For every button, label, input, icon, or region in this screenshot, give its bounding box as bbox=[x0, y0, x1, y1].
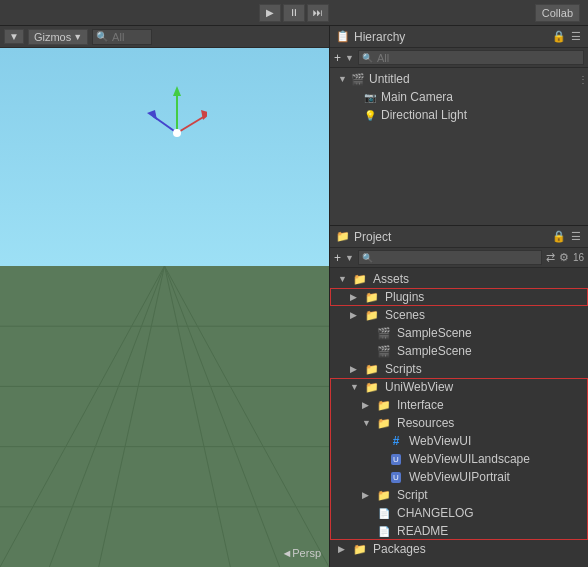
label-webviewui: WebViewUI bbox=[409, 434, 471, 448]
svg-marker-11 bbox=[173, 86, 181, 96]
scene-layer-dropdown[interactable]: ▼ bbox=[4, 29, 24, 44]
play-button[interactable]: ▶ bbox=[259, 4, 281, 22]
arrow-resources: ▼ bbox=[362, 418, 374, 428]
icon-samplescene1: 🎬 bbox=[376, 325, 392, 341]
arrow-uniwebview: ▼ bbox=[350, 382, 362, 392]
hierarchy-add-button[interactable]: + bbox=[334, 51, 341, 65]
gizmos-label: Gizmos bbox=[34, 31, 71, 43]
hierarchy-search-input[interactable] bbox=[373, 50, 580, 65]
gizmos-arrow: ▼ bbox=[73, 32, 82, 42]
label-readme: README bbox=[397, 524, 448, 538]
step-button[interactable]: ⏭ bbox=[307, 4, 329, 22]
project-item-resources[interactable]: ▼📁Resources bbox=[330, 414, 588, 432]
hierarchy-lock-icon[interactable]: 🔒 bbox=[551, 29, 567, 44]
project-search-input[interactable] bbox=[373, 250, 538, 265]
hierarchy-header-left: 📋 Hierarchy bbox=[336, 30, 405, 44]
project-header-left: 📁 Project bbox=[336, 230, 391, 244]
hierarchy-controls: 🔒 ☰ bbox=[551, 29, 582, 44]
project-folder-icon: 📁 bbox=[336, 230, 350, 243]
project-item-scenes[interactable]: ▶📁Scenes bbox=[330, 306, 588, 324]
icon-resources: 📁 bbox=[376, 415, 392, 431]
ground-bg bbox=[0, 266, 329, 567]
project-title: Project bbox=[354, 230, 391, 244]
project-item-readme[interactable]: 📄README bbox=[330, 522, 588, 540]
untitled-label: Untitled bbox=[369, 72, 410, 86]
label-uniwebview: UniWebView bbox=[385, 380, 453, 394]
scene-viewport: ◄Persp bbox=[0, 48, 329, 567]
icon-webviewui: # bbox=[388, 433, 404, 449]
hierarchy-item-main-camera[interactable]: 📷 Main Camera bbox=[330, 88, 588, 106]
scene-search-input[interactable] bbox=[108, 29, 148, 45]
icon-readme: 📄 bbox=[376, 523, 392, 539]
arrow-scripts: ▶ bbox=[350, 364, 362, 374]
hierarchy-header: 📋 Hierarchy 🔒 ☰ bbox=[330, 26, 588, 48]
search-icon: 🔍 bbox=[96, 31, 108, 42]
icon-webviewuiportrait: U bbox=[388, 469, 404, 485]
project-item-plugins[interactable]: ▶📁Plugins bbox=[330, 288, 588, 306]
icon-packages: 📁 bbox=[352, 541, 368, 557]
project-item-assets[interactable]: ▼📁Assets bbox=[330, 270, 588, 288]
project-item-interface[interactable]: ▶📁Interface bbox=[330, 396, 588, 414]
icon-scripts: 📁 bbox=[364, 361, 380, 377]
icon-samplescene2: 🎬 bbox=[376, 343, 392, 359]
project-item-webviewuiportrait[interactable]: UWebViewUIPortrait bbox=[330, 468, 588, 486]
hierarchy-item-directional-light[interactable]: 💡 Directional Light bbox=[330, 106, 588, 124]
svg-line-9 bbox=[165, 266, 330, 567]
svg-line-5 bbox=[49, 266, 164, 567]
project-add-button[interactable]: + bbox=[334, 251, 341, 265]
project-item-script[interactable]: ▶📁Script bbox=[330, 486, 588, 504]
project-item-changelog[interactable]: 📄CHANGELOG bbox=[330, 504, 588, 522]
icon-plugins: 📁 bbox=[364, 289, 380, 305]
svg-line-12 bbox=[177, 116, 205, 133]
scene-toolbar: ▼ Gizmos ▼ 🔍 bbox=[0, 26, 329, 48]
icon-interface: 📁 bbox=[376, 397, 392, 413]
arrow-interface: ▶ bbox=[362, 400, 374, 410]
label-packages: Packages bbox=[373, 542, 426, 556]
arrow-plugins: ▶ bbox=[350, 292, 362, 302]
label-changelog: CHANGELOG bbox=[397, 506, 474, 520]
project-item-webviewuilandscape[interactable]: UWebViewUILandscape bbox=[330, 450, 588, 468]
hierarchy-title: Hierarchy bbox=[354, 30, 405, 44]
project-header: 📁 Project 🔒 ☰ bbox=[330, 226, 588, 248]
pause-button[interactable]: ⏸ bbox=[283, 4, 305, 22]
icon-webviewuilandscape: U bbox=[388, 451, 404, 467]
grid-svg bbox=[0, 266, 329, 567]
project-item-samplescene1[interactable]: 🎬SampleScene bbox=[330, 324, 588, 342]
untitled-icon: 🎬 bbox=[350, 71, 366, 87]
label-plugins: Plugins bbox=[385, 290, 424, 304]
project-zoom-label: 16 bbox=[573, 252, 584, 263]
hierarchy-content: ▼ 🎬 Untitled ⋮ 📷 Main Camera bbox=[330, 68, 588, 225]
project-sync-icon[interactable]: ⇄ bbox=[546, 251, 555, 264]
svg-marker-15 bbox=[147, 110, 157, 120]
icon-assets: 📁 bbox=[352, 271, 368, 287]
collab-button[interactable]: Collab bbox=[535, 4, 580, 22]
label-script: Script bbox=[397, 488, 428, 502]
top-toolbar: ▶ ⏸ ⏭ Collab bbox=[0, 0, 588, 26]
camera-icon: 📷 bbox=[362, 89, 378, 105]
project-item-webviewui[interactable]: #WebViewUI bbox=[330, 432, 588, 450]
svg-line-6 bbox=[99, 266, 165, 567]
project-item-uniwebview[interactable]: ▼📁UniWebView bbox=[330, 378, 588, 396]
project-item-samplescene2[interactable]: 🎬SampleScene bbox=[330, 342, 588, 360]
hierarchy-item-untitled[interactable]: ▼ 🎬 Untitled ⋮ bbox=[330, 70, 588, 88]
arrow-packages: ▶ bbox=[338, 544, 350, 554]
project-item-scripts[interactable]: ▶📁Scripts bbox=[330, 360, 588, 378]
gizmos-button[interactable]: Gizmos ▼ bbox=[28, 29, 88, 45]
project-menu-icon[interactable]: ☰ bbox=[570, 229, 582, 244]
untitled-menu[interactable]: ⋮ bbox=[578, 74, 588, 85]
label-webviewuiportrait: WebViewUIPortrait bbox=[409, 470, 510, 484]
label-webviewuilandscape: WebViewUILandscape bbox=[409, 452, 530, 466]
scene-gizmo bbox=[147, 78, 207, 138]
project-panel: 📁 Project 🔒 ☰ + ▼ 🔍 ⇄ ⚙ 16 bbox=[330, 226, 588, 567]
project-lock-icon[interactable]: 🔒 bbox=[551, 229, 567, 244]
hierarchy-menu-icon[interactable]: ☰ bbox=[570, 29, 582, 44]
label-samplescene2: SampleScene bbox=[397, 344, 472, 358]
icon-changelog: 📄 bbox=[376, 505, 392, 521]
uniwebview-group-box: ▼📁UniWebView▶📁Interface▼📁Resources#WebVi… bbox=[330, 378, 588, 540]
arrow-script: ▶ bbox=[362, 490, 374, 500]
gizmo-svg bbox=[147, 78, 207, 148]
project-settings-icon[interactable]: ⚙ bbox=[559, 251, 569, 264]
project-item-packages[interactable]: ▶📁Packages bbox=[330, 540, 588, 558]
label-resources: Resources bbox=[397, 416, 454, 430]
hierarchy-folder-icon: 📋 bbox=[336, 30, 350, 43]
